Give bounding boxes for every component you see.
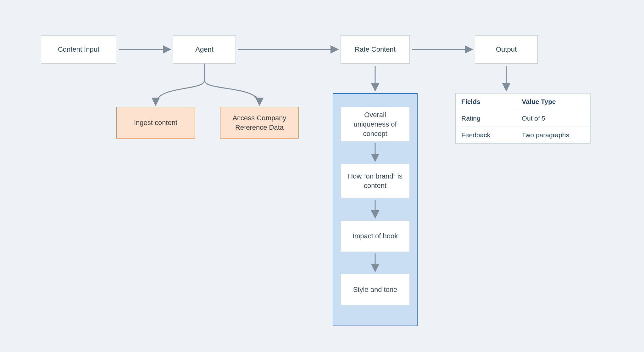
table-header-fields: Fields xyxy=(456,94,516,110)
node-label: Rate Content xyxy=(355,45,396,54)
table-cell-value: Out of 5 xyxy=(516,110,590,127)
table-row: Rating Out of 5 xyxy=(456,110,590,127)
step-label: How “on brand” is content xyxy=(346,172,404,190)
arrow-agent-fork xyxy=(156,64,259,105)
node-label: Agent xyxy=(195,45,214,54)
table-cell-field: Feedback xyxy=(456,127,516,143)
table-cell-field: Rating xyxy=(456,110,516,127)
step-label: Style and tone xyxy=(353,285,397,294)
step-impact-of-hook: Impact of hook xyxy=(341,220,410,252)
table-header-value: Value Type xyxy=(516,94,590,110)
step-style-and-tone: Style and tone xyxy=(341,274,410,305)
node-agent: Agent xyxy=(173,35,236,64)
node-label: Content Input xyxy=(58,45,99,54)
table-header-row: Fields Value Type xyxy=(456,94,590,110)
table-output: Fields Value Type Rating Out of 5 Feedba… xyxy=(455,93,591,144)
node-rate-content: Rate Content xyxy=(341,35,410,64)
node-access-reference-data: Access Company Reference Data xyxy=(220,107,299,139)
step-on-brand: How “on brand” is content xyxy=(341,164,410,198)
diagram-canvas: Content Input Agent Rate Content Output … xyxy=(0,0,644,352)
node-label: Output xyxy=(496,45,517,54)
step-uniqueness: Overall uniqueness of concept xyxy=(341,107,410,142)
node-ingest-content: Ingest content xyxy=(116,107,195,139)
table-cell-value: Two paragraphs xyxy=(516,127,590,143)
table-row: Feedback Two paragraphs xyxy=(456,127,590,143)
node-content-input: Content Input xyxy=(41,35,116,64)
node-label: Access Company Reference Data xyxy=(225,113,293,132)
step-label: Overall uniqueness of concept xyxy=(346,110,404,138)
node-label: Ingest content xyxy=(134,118,177,128)
step-label: Impact of hook xyxy=(353,231,398,241)
node-output: Output xyxy=(475,35,538,64)
